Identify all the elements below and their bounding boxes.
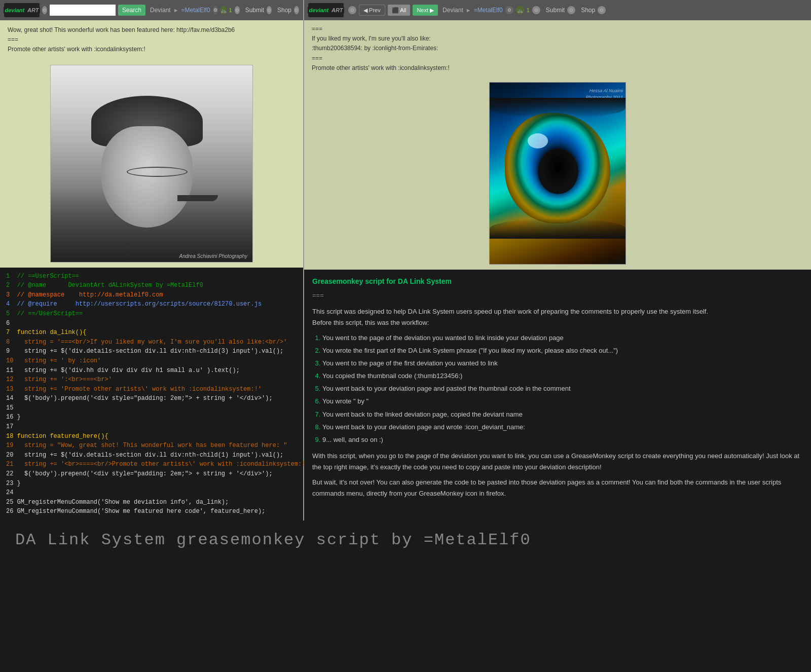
left-submit[interactable]: Submit [245,7,264,14]
code-line: 9 string += $('div.details-section div.l… [6,347,297,356]
code-line: 3 // @namespace http://da.metalelf0.com [6,290,297,300]
desc-divider: === [312,290,803,301]
right-topbar: deviantART ⊙ ◀ Prev ⬛ All Next ▶ Deviant… [304,0,811,20]
code-line: 1 // ==UserScript== [6,272,297,281]
search-input[interactable] [50,5,116,16]
code-line: 26 GM_registerMenuCommand('Show me featu… [6,507,297,516]
right-bike-icon: 🚲 [516,6,524,14]
code-line: 8 string = '===<br/>If you liked my work… [6,338,297,347]
left-shop[interactable]: Shop [277,7,291,14]
code-line: 16 } [6,413,297,422]
right-submit-icon: ⊙ [567,6,575,14]
left-artwork-container: Andrea Schiavini Photography [0,60,303,268]
code-line: 6 [6,319,297,328]
step-item-4: You copied the thumbnail code (:thumb123… [322,370,803,382]
left-msg2: === [8,35,296,45]
left-msg1: Wow, great shot! This wonderful work has… [8,25,296,35]
deviant-label-right: Deviant [443,7,463,14]
code-line: 14 $('body').prepend('<div style="paddin… [6,394,297,403]
step-item-5: You went back to your deviation page and… [322,383,803,394]
desc-p2: With this script, when you go to the pag… [312,451,803,473]
code-line: 22 $('body').prepend('<div style="paddin… [6,469,297,479]
code-line: 2 // @name DeviantArt dALinkSystem by =M… [6,281,297,290]
code-line: 10 string += ' by :icon' [6,356,297,366]
step-item-3: You went to the page of the first deviat… [322,358,803,369]
da-logo-left: deviantART [4,3,40,17]
next-button[interactable]: Next ▶ [413,5,438,16]
right-header-message: === If you liked my work, I'm sure you'l… [304,20,811,77]
arrow-right: ► [466,7,471,13]
code-line: 12 string += ':<br>===<br>' [6,375,297,385]
right-submit[interactable]: Submit [546,7,565,14]
code-line: 25 GM_registerMenuCommand('Show me devia… [6,498,297,507]
code-line: 13 string += 'Promote other artists\' wo… [6,385,297,394]
right-count-icon: ⊙ [532,6,540,14]
left-count-icon: ⊙ [235,6,240,14]
portrait-artwork: Andrea Schiavini Photography [50,65,253,263]
left-header-message: Wow, great shot! This wonderful work has… [0,20,303,60]
left-count: 1 [229,7,232,13]
right-artwork-container: Hessa Al Nuaimi Photography 2011 [304,77,811,270]
description-section: Greasemonkey script for DA Link System =… [304,270,811,520]
code-line: 11 string += $('div.hh div div div div h… [6,366,297,376]
deviant-label-left: Deviant [150,7,171,14]
step-item-9: 9... well, and so on :) [322,434,803,445]
left-submit-icon: ⊙ [267,6,272,14]
left-topbar: deviantART ⊙ Search Deviant ► =MetalElf0… [0,0,303,20]
code-line: 4 // @require http://userscripts.org/scr… [6,300,297,309]
portrait-credit: Andrea Schiavini Photography [179,253,247,259]
step-item-7: You went back to the linked deviation pa… [322,409,803,420]
user-label-right[interactable]: =MetalElf0 [474,7,503,14]
search-button[interactable]: Search [118,5,145,16]
step-item-1: You went to the page of the deviation yo… [322,332,803,344]
left-msg3: Promote other artists' work with :iconda… [8,45,296,54]
all-button[interactable]: ⬛ All [388,5,411,16]
right-msg2: If you liked my work, I'm sure you'll al… [312,34,803,44]
right-settings-icon: ⊙ [348,6,356,14]
right-msg3: :thumb200638594: by :iconlight-from-Emir… [312,44,803,53]
desc-steps-list: You went to the page of the deviation yo… [322,332,803,445]
left-settings-icon: ⊙ [42,6,47,14]
code-line: 15 [6,403,297,413]
left-user-icon: ⚙ [213,6,218,14]
step-item-8: You went back to your deviation page and… [322,422,803,433]
left-shop-icon: ⊙ [294,6,299,14]
code-line: 7 function da_link(){ [6,328,297,338]
right-msg5: Promote other artists' work with :iconda… [312,63,803,73]
desc-title: Greasemonkey script for DA Link System [312,276,803,288]
right-shop-icon: ⊙ [598,6,606,14]
step-item-2: You wrote the first part of the DA Link … [322,345,803,356]
desc-intro: This script was designed to help DA Link… [312,306,803,328]
left-bike-icon: 🚲 [220,6,227,14]
right-user-icon: ⚙ [505,6,513,14]
code-line: 20 string += $('div.details-section div.… [6,451,297,460]
arrow-left: ► [173,7,179,13]
step-item-6: You wrote " by " [322,396,803,407]
code-line: 18 function featured_here(){ [6,432,297,441]
code-line: 21 string += '<br>====<br/>Promote other… [6,460,297,469]
code-line: 19 string = "Wow, great shot! This wonde… [6,441,297,451]
bottom-title: DA Link System greasemonkey script by =M… [0,520,811,559]
right-panel: deviantART ⊙ ◀ Prev ⬛ All Next ▶ Deviant… [304,0,811,520]
prev-button[interactable]: ◀ Prev [359,5,385,16]
code-line: 23 } [6,479,297,489]
left-panel: deviantART ⊙ Search Deviant ► =MetalElf0… [0,0,304,520]
right-count: 1 [527,7,530,13]
right-shop[interactable]: Shop [581,7,595,14]
right-msg1: === [312,24,803,34]
code-line: 5 // ==/UserScript== [6,309,297,319]
code-line: 24 [6,488,297,498]
eye-artwork: Hessa Al Nuaimi Photography 2011 [489,82,626,265]
right-msg4: === [312,54,803,63]
da-logo-right: deviantART [308,3,344,17]
desc-p3: But wait, it's not over! You can also ge… [312,477,803,499]
code-section: 1 // ==UserScript==2 // @name DeviantArt… [0,268,303,520]
code-line: 17 [6,422,297,432]
user-label-left[interactable]: =MetalElf0 [181,7,210,14]
